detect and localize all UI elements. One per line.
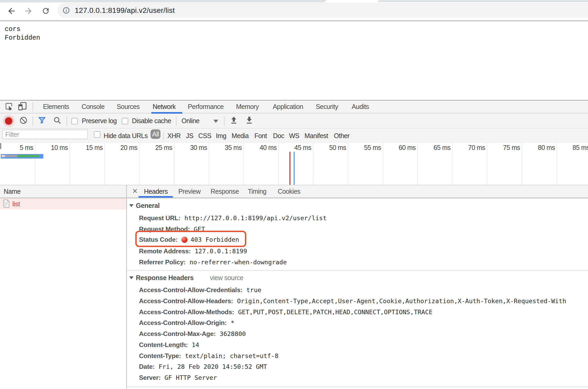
timeline-tick-label: 70 ms — [454, 144, 485, 151]
timeline-gridline — [452, 143, 453, 185]
inspect-element-button[interactable] — [5, 101, 13, 113]
overview-segment — [2, 155, 5, 157]
response-header-row: Content-Length:14 — [139, 340, 199, 349]
general-row: Request Method:GET — [139, 225, 205, 234]
record-button[interactable] — [5, 117, 12, 125]
red-status-dot-icon — [181, 237, 188, 243]
timeline-gridline — [417, 143, 418, 185]
url-text[interactable]: 127.0.0.1:8199/api.v2/user/list — [75, 3, 175, 18]
request-name[interactable]: list — [12, 200, 20, 208]
general-section-header[interactable]: General — [129, 201, 160, 210]
devtools-tab-sources[interactable]: Sources — [117, 101, 140, 113]
triangle-down-icon — [129, 276, 133, 279]
header-value: http://127.0.0.1:8199/api.v2/user/list — [184, 214, 327, 222]
chevron-down-icon[interactable] — [213, 120, 218, 123]
devtools-tab-audits[interactable]: Audits — [352, 101, 369, 113]
timeline-tick-label: 10 ms — [36, 144, 68, 151]
detail-tab-preview[interactable]: Preview — [178, 185, 201, 197]
reload-button[interactable] — [41, 2, 50, 20]
arrow-up-bar-icon — [230, 116, 237, 125]
throttling-select[interactable]: Online — [181, 113, 200, 128]
disable-cache-label[interactable]: Disable cache — [132, 113, 171, 128]
network-overview-timeline[interactable]: 5 ms10 ms15 ms20 ms25 ms30 ms35 ms40 ms4… — [0, 143, 588, 185]
filter-type-ws[interactable]: WS — [289, 129, 299, 143]
pane-splitter[interactable] — [126, 185, 127, 389]
hide-data-urls-checkbox[interactable] — [94, 131, 100, 138]
request-row-list[interactable]: list — [0, 198, 126, 209]
preserve-log-checkbox[interactable] — [71, 118, 78, 124]
filter-type-xhr[interactable]: XHR — [167, 129, 181, 143]
info-circle-icon[interactable] — [62, 7, 70, 15]
header-value: true — [246, 286, 261, 294]
filter-type-all[interactable]: All — [151, 129, 161, 139]
detail-tab-cookies[interactable]: Cookies — [278, 185, 300, 197]
timeline-gridline — [209, 143, 209, 185]
filter-type-other[interactable]: Other — [334, 129, 350, 143]
page-body-text: cors Forbidden — [5, 25, 40, 42]
tab-strip-segment — [378, 0, 588, 2]
devtools-tab-performance[interactable]: Performance — [188, 101, 224, 113]
filter-button[interactable] — [38, 113, 46, 128]
timeline-tick-label: 85 ms — [558, 144, 588, 151]
header-value: GET,PUT,POST,DELETE,PATCH,HEAD,CONNECT,O… — [238, 308, 433, 316]
response-headers-section-header[interactable]: Response Headers view source — [129, 273, 243, 282]
header-name: Date: — [139, 363, 155, 370]
magnifier-icon — [53, 116, 61, 125]
devtools-tab-application[interactable]: Application — [273, 101, 303, 113]
detail-tab-timing[interactable]: Timing — [248, 185, 266, 197]
detail-tab-headers[interactable]: Headers — [144, 185, 168, 197]
devtools-tab-memory[interactable]: Memory — [236, 101, 259, 113]
header-value: 127.0.0.1:8199 — [195, 248, 247, 255]
hide-data-urls-label[interactable]: Hide data URLs — [104, 129, 148, 143]
devtools-tab-network[interactable]: Network — [153, 101, 176, 113]
response-headers-title[interactable]: Response Headers — [136, 274, 194, 282]
filter-type-img[interactable]: Img — [216, 129, 226, 143]
search-button[interactable] — [53, 113, 62, 128]
toolbar-separator — [224, 117, 224, 126]
filter-type-media[interactable]: Media — [232, 129, 249, 143]
close-detail-button[interactable] — [130, 185, 139, 197]
timeline-gridline — [35, 143, 35, 185]
header-name: Request Method: — [139, 225, 190, 233]
header-name: Access-Control-Allow-Methods: — [139, 308, 234, 316]
header-value: 14 — [192, 341, 199, 349]
toolbar-separator — [33, 102, 33, 111]
filter-type-doc[interactable]: Doc — [273, 129, 284, 143]
name-column-header[interactable]: Name — [0, 185, 126, 197]
timeline-gridline — [174, 143, 174, 185]
toolbar-divider — [0, 20, 588, 21]
address-bar[interactable]: 127.0.0.1:8199/api.v2/user/list — [57, 3, 588, 18]
filter-type-js[interactable]: JS — [186, 129, 193, 143]
header-name: Access-Control-Allow-Credentials: — [139, 286, 242, 294]
detail-tab-response[interactable]: Response — [211, 185, 239, 197]
filter-input[interactable] — [2, 130, 88, 139]
filter-type-font[interactable]: Font — [254, 129, 267, 143]
clear-button[interactable] — [19, 113, 28, 128]
device-toolbar-button[interactable] — [17, 101, 28, 113]
headers-tab-underline — [138, 196, 173, 198]
forward-button[interactable] — [23, 2, 33, 20]
preserve-log-label[interactable]: Preserve log — [82, 113, 117, 128]
toolbar-separator — [163, 132, 164, 140]
back-button[interactable] — [7, 2, 17, 20]
header-value: Origin,Content-Type,Accept,User-Agent,Co… — [237, 297, 566, 305]
response-header-row: Access-Control-Allow-Methods:GET,PUT,POS… — [139, 308, 432, 317]
devtools-tab-elements[interactable]: Elements — [43, 101, 69, 113]
triangle-down-icon — [129, 204, 133, 207]
timeline-tick-label: 50 ms — [315, 144, 346, 151]
devtools-tab-security[interactable]: Security — [316, 101, 338, 113]
general-section-title[interactable]: General — [136, 202, 160, 209]
filter-type-manifest[interactable]: Manifest — [304, 129, 328, 143]
view-source-link[interactable]: view source — [210, 274, 243, 282]
timeline-gridline — [522, 143, 522, 185]
timeline-tick-label: 15 ms — [71, 144, 103, 151]
timeline-gridline — [278, 143, 279, 185]
devtools-tab-console[interactable]: Console — [82, 101, 105, 113]
export-har-button[interactable] — [245, 113, 253, 128]
import-har-button[interactable] — [229, 113, 238, 128]
filter-type-css[interactable]: CSS — [198, 129, 211, 143]
domcontentloaded-marker — [294, 152, 295, 185]
load-event-marker — [290, 152, 290, 185]
header-name: Content-Length: — [139, 341, 188, 349]
disable-cache-checkbox[interactable] — [122, 118, 128, 124]
